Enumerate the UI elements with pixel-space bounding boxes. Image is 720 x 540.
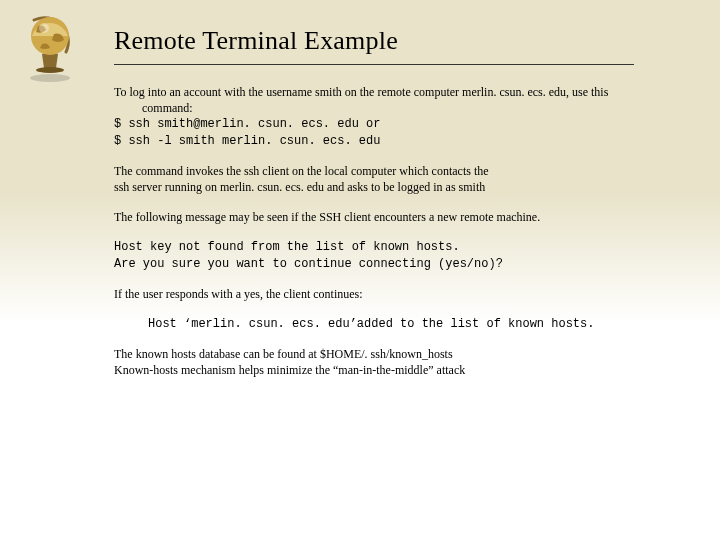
hostkey-intro: The following message may be seen if the… [114, 209, 674, 225]
intro-line-1: To log into an account with the username… [114, 84, 674, 100]
hostkey-msg-line-1: Host key not found from the list of know… [114, 239, 674, 255]
svg-point-3 [39, 23, 49, 33]
hostkey-message: Host key not found from the list of know… [114, 239, 674, 271]
known-hosts-line-1: The known hosts database can be found at… [114, 346, 674, 362]
title-underline [114, 64, 634, 65]
hostkey-msg-line-2: Are you sure you want to continue connec… [114, 256, 674, 272]
globe-icon [10, 6, 90, 86]
ssh-command-2: $ ssh -l smith merlin. csun. ecs. edu [114, 133, 674, 149]
slide: Remote Terminal Example To log into an a… [0, 0, 720, 540]
ssh-command-1: $ ssh smith@merlin. csun. ecs. edu or [114, 116, 674, 132]
svg-point-0 [30, 74, 70, 82]
known-hosts-line-2: Known-hosts mechanism helps minimize the… [114, 362, 674, 378]
intro-line-2: command: [114, 100, 674, 116]
intro-block: To log into an account with the username… [114, 84, 674, 149]
client-continues: If the user responds with a yes, the cli… [114, 286, 674, 302]
svg-point-2 [31, 17, 69, 55]
explain-line-2: ssh server running on merlin. csun. ecs.… [114, 179, 674, 195]
known-hosts-block: The known hosts database can be found at… [114, 346, 674, 378]
client-continues-text: If the user responds with a yes, the cli… [114, 286, 674, 302]
slide-body: To log into an account with the username… [114, 84, 674, 392]
explain-ssh-block: The command invokes the ssh client on th… [114, 163, 674, 195]
svg-point-1 [36, 67, 64, 73]
slide-title: Remote Terminal Example [114, 26, 398, 56]
hostkey-added-text: Host ‘merlin. csun. ecs. edu’added to th… [148, 316, 674, 332]
hostkey-intro-text: The following message may be seen if the… [114, 209, 674, 225]
explain-line-1: The command invokes the ssh client on th… [114, 163, 674, 179]
hostkey-added-message: Host ‘merlin. csun. ecs. edu’added to th… [114, 316, 674, 332]
